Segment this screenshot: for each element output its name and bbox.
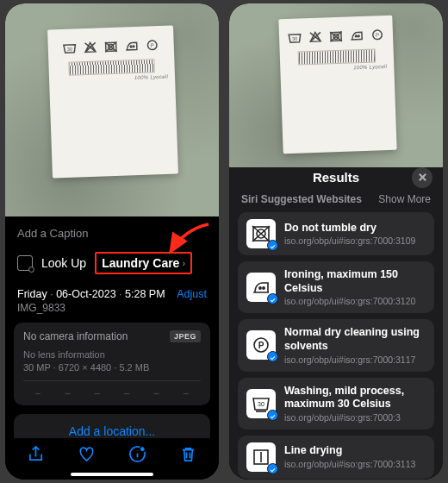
annotation-arrow — [167, 223, 210, 260]
iron-icon — [246, 273, 276, 302]
camera-info-card: No camera information JPEG No lens infor… — [14, 323, 210, 405]
result-title: Ironing, maximum 150 Celsius — [284, 268, 426, 295]
svg-point-4 — [133, 46, 134, 47]
svg-text:P: P — [376, 33, 379, 38]
svg-point-13 — [358, 35, 359, 37]
screenshot-pair: 30 P 100% Lyocell Add a Caption Look Up … — [0, 0, 448, 483]
result-item[interactable]: Do not tumble dryiso.org/obp/ui#iso:grs:… — [238, 212, 434, 255]
format-badge: JPEG — [170, 330, 201, 342]
result-item[interactable]: 30 Washing, mild process, maximum 30 Cel… — [238, 378, 434, 430]
svg-text:30: 30 — [67, 47, 72, 52]
exif-dash-row: –––––– — [23, 380, 201, 398]
lookup-prefix: Look Up — [41, 256, 86, 270]
show-more-button[interactable]: Show More — [378, 193, 431, 205]
fiber-content: 100% Lyocell — [49, 74, 168, 84]
svg-text:30: 30 — [258, 401, 264, 407]
visual-lookup-icon — [17, 255, 33, 271]
adjust-button[interactable]: Adjust — [177, 288, 207, 300]
heart-icon[interactable] — [77, 444, 96, 467]
fiber-content: 100% Lyocell — [280, 64, 387, 72]
photo-day: Friday — [17, 288, 47, 300]
visual-lookup-row[interactable]: Look Up Laundry Care › — [5, 248, 219, 281]
photo-date: 06-Oct-2023 — [56, 288, 115, 300]
photo-time: 5:28 PM — [125, 288, 165, 300]
home-indicator[interactable] — [71, 473, 153, 476]
result-item[interactable]: P Normal dry cleaning using solventsiso.… — [238, 319, 434, 371]
clothing-tag: 30 P 100% Lyocell — [47, 26, 178, 179]
result-sub: iso.org/obp/ui#iso:grs:7000:3113 — [284, 459, 426, 469]
trash-icon[interactable] — [178, 444, 198, 467]
result-title: Normal dry cleaning using solvents — [284, 326, 426, 353]
svg-point-3 — [130, 46, 132, 47]
line-dry-icon — [246, 442, 276, 472]
wash-30-icon: 30 — [246, 389, 276, 418]
info-icon[interactable] — [128, 444, 147, 467]
dry-clean-p-icon: P — [246, 330, 276, 360]
result-title: Do not tumble dry — [284, 222, 426, 235]
no-camera-label: No camera information — [23, 330, 128, 342]
svg-point-19 — [263, 287, 264, 289]
share-icon[interactable] — [26, 444, 46, 467]
svg-point-12 — [355, 35, 357, 37]
clothing-tag: 30 P 100% Lyocell — [278, 16, 396, 154]
results-disclaimer: If the results are incomplete, inaccurat… — [229, 479, 443, 480]
results-sheet: Results Siri Suggested Websites Show Mor… — [229, 159, 443, 480]
svg-point-8 — [140, 446, 145, 451]
result-item[interactable]: Line dryingiso.org/obp/ui#iso:grs:7000:3… — [238, 436, 434, 479]
svg-point-18 — [259, 287, 261, 289]
photo-laundry-tag[interactable]: 30 P 100% Lyocell — [5, 3, 219, 216]
results-list: Do not tumble dryiso.org/obp/ui#iso:grs:… — [229, 212, 443, 479]
result-sub: iso.org/obp/ui#iso:grs:7000:3109 — [284, 235, 426, 246]
result-item[interactable]: Ironing, maximum 150 Celsiusiso.org/obp/… — [238, 261, 434, 313]
result-sub: iso.org/obp/ui#iso:grs:7000:3 — [284, 412, 426, 423]
photo-metadata-row: Friday · 06-Oct-2023 · 5:28 PM Adjust — [5, 281, 219, 300]
result-title: Washing, mild process, maximum 30 Celsiu… — [284, 385, 426, 411]
phone-right: 30 P 100% Lyocell Results Siri Suggested — [229, 3, 443, 480]
result-sub: iso.org/obp/ui#iso:grs:7000:3117 — [284, 354, 426, 365]
no-tumble-dry-icon — [246, 219, 276, 248]
no-lens-label: No lens information — [23, 349, 201, 360]
svg-text:P: P — [151, 43, 154, 48]
sheet-title: Results — [313, 170, 359, 185]
photo-specs: 30 MP · 6720 × 4480 · 5.2 MB — [23, 362, 201, 373]
photo-filename: IMG_9833 — [5, 300, 219, 323]
close-button[interactable] — [412, 167, 432, 188]
result-sub: iso.org/obp/ui#iso:grs:7000:3120 — [284, 296, 426, 306]
photo-laundry-tag: 30 P 100% Lyocell — [229, 3, 443, 167]
svg-text:P: P — [258, 341, 264, 350]
result-title: Line drying — [284, 444, 426, 458]
section-heading: Siri Suggested Websites — [241, 193, 362, 205]
svg-text:30: 30 — [292, 36, 297, 41]
phone-left: 30 P 100% Lyocell Add a Caption Look Up … — [5, 3, 219, 480]
